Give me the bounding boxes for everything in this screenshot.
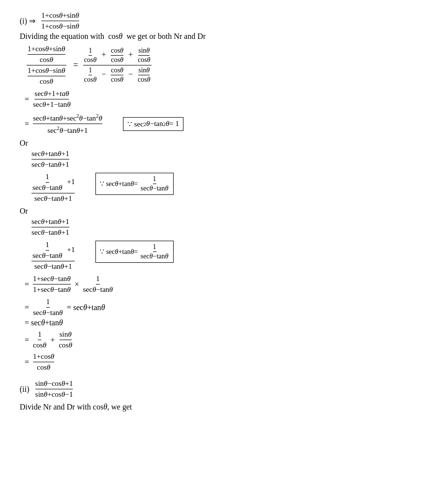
part-ii-header: (ii) sinθ−cosθ+1 sinθ+cosθ−1	[20, 379, 404, 399]
final-fraction: = 1+cosθ cosθ	[20, 352, 404, 372]
main-content: (i) ⇒ 1+cosθ+sinθ 1+cosθ−sinθ Dividing t…	[20, 11, 404, 411]
because-box-1: ∵ sec2θ−tan2θ = 1	[123, 117, 183, 131]
step-reciprocal-1: 1 secθ−tanθ +1 secθ−tanθ+1 ∵ secθ+tanθ =…	[20, 173, 404, 203]
simplify-step: = 1 secθ−tanθ = secθ+tanθ	[20, 298, 404, 317]
compound-fraction-eq: 1+cosθ+sinθ cosθ 1+cosθ−sinθ cosθ = 1 co…	[25, 45, 404, 86]
part-i-label: (i) ⇒	[20, 16, 35, 26]
step-sec-tan-frac2: secθ+tanθ+1 secθ−tanθ+1	[20, 218, 404, 237]
left-fraction: 1+cosθ+sinθ cosθ 1+cosθ−sinθ cosθ	[27, 45, 66, 86]
or-1: Or	[20, 139, 404, 148]
multiply-step: = 1+secθ−tanθ 1+secθ−tanθ × 1 secθ−tanθ	[20, 275, 404, 294]
dividing-text: Dividing the equation with cosθ we get o…	[20, 32, 404, 41]
equals-sign: =	[73, 60, 78, 70]
step-sec-tan-frac1: secθ+tanθ+1 secθ−tanθ+1	[20, 150, 404, 169]
step-reciprocal-2: 1 secθ−tanθ +1 secθ−tanθ+1 ∵ secθ+tanθ =…	[20, 241, 404, 271]
main-denominator: 1+cosθ−sinθ	[41, 21, 79, 31]
part-ii-main-fraction: sinθ−cosθ+1 sinθ+cosθ−1	[35, 379, 73, 399]
or-2: Or	[20, 207, 404, 216]
result-sec-tan: = secθ+tanθ	[20, 318, 404, 327]
sec-tan-step2: = secθ+tanθ+sec2θ−tan2θ sec2θ−tanθ+1 ∵ s…	[20, 113, 404, 135]
main-fraction: 1+cosθ+sinθ 1+cosθ−sinθ	[41, 11, 79, 31]
right-fraction-expanded: 1 cosθ + cosθ cosθ + sinθ cosθ 1 cosθ	[83, 47, 151, 84]
sec-tan-step1: = secθ+1+taθ secθ+1−tanθ	[20, 90, 404, 109]
part-ii-label: (ii)	[20, 385, 30, 394]
part-i-header: (i) ⇒ 1+cosθ+sinθ 1+cosθ−sinθ	[20, 11, 404, 31]
because-box-2: ∵ secθ+tanθ = 1 secθ−tanθ	[95, 173, 174, 195]
divide-text-ii: Divide Nr and Dr with cosθ, we get	[20, 403, 404, 411]
main-numerator: 1+cosθ+sinθ	[41, 11, 79, 21]
because-box-3: ∵ secθ+tanθ = 1 secθ−tanθ	[95, 241, 174, 263]
expand-sec-tan: = 1 cosθ + sinθ cosθ	[20, 330, 404, 349]
